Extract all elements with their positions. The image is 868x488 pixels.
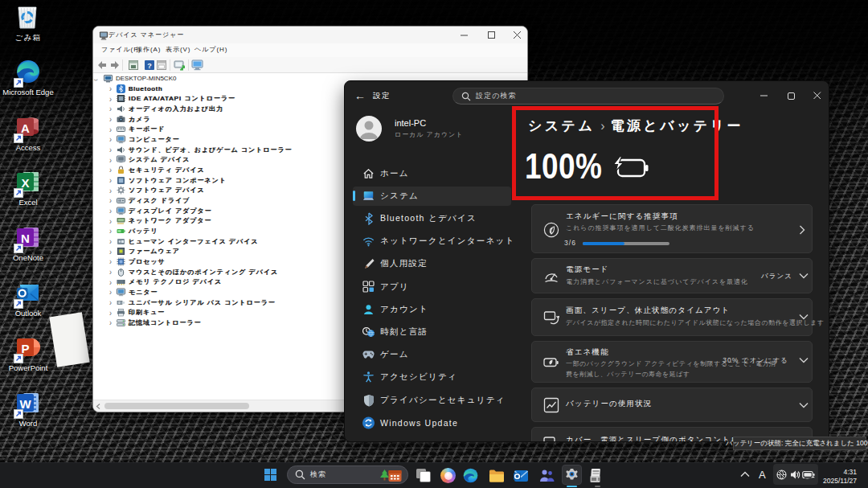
svg-text:W: W: [19, 397, 31, 411]
svg-text:N: N: [21, 232, 30, 245]
svg-text:X: X: [21, 176, 29, 190]
svg-text:A: A: [21, 121, 30, 135]
svg-text:P: P: [21, 342, 29, 355]
svg-text:?: ?: [147, 62, 152, 70]
